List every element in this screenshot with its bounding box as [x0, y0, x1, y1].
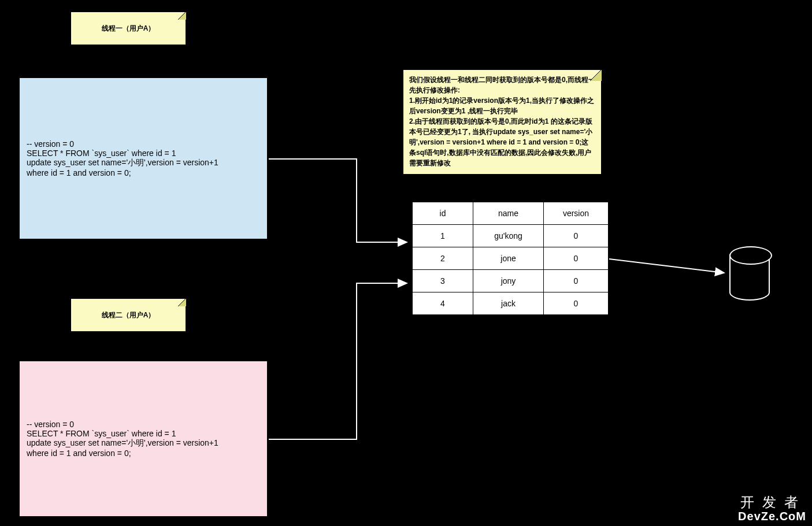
- cell-version: 0: [544, 270, 609, 292]
- cell-version: 0: [544, 292, 609, 315]
- table-row: 3 jony 0: [413, 270, 609, 292]
- cell-version: 0: [544, 247, 609, 270]
- cell-name: jack: [473, 292, 544, 315]
- thread1-code: -- version = 0 SELECT * FROM `sys_user` …: [27, 139, 218, 177]
- cell-name: jony: [473, 270, 544, 292]
- cell-id: 3: [413, 270, 473, 292]
- watermark-line2: DevZe.CoM: [738, 510, 806, 523]
- explanation-note: 我们假设线程一和线程二同时获取到的版本号都是0,而线程一先执行修改操作: 1.刚…: [403, 69, 602, 175]
- database-icon: [729, 254, 770, 301]
- thread1-code-box: -- version = 0 SELECT * FROM `sys_user` …: [19, 77, 268, 239]
- thread1-title-note: 线程一（用户A）: [71, 12, 186, 45]
- connector-thread1-to-table: [269, 159, 407, 242]
- cell-version: 0: [544, 225, 609, 247]
- thread2-code: -- version = 0 SELECT * FROM `sys_user` …: [27, 420, 218, 458]
- header-name: name: [473, 202, 544, 225]
- cell-id: 4: [413, 292, 473, 315]
- table-header-row: id name version: [413, 202, 609, 225]
- database-table: id name version 1 gu'kong 0 2 jone 0 3 j…: [412, 202, 609, 315]
- watermark-line1: 开发者: [738, 495, 806, 510]
- cell-id: 2: [413, 247, 473, 270]
- watermark: 开发者 DevZe.CoM: [738, 495, 806, 523]
- thread1-title: 线程一（用户A）: [102, 24, 155, 34]
- thread2-title: 线程二（用户A）: [102, 310, 155, 320]
- cell-id: 1: [413, 225, 473, 247]
- explanation-text: 我们假设线程一和线程二同时获取到的版本号都是0,而线程一先执行修改操作: 1.刚…: [409, 75, 595, 168]
- table-row: 1 gu'kong 0: [413, 225, 609, 247]
- thread2-code-box: -- version = 0 SELECT * FROM `sys_user` …: [19, 361, 268, 517]
- header-version: version: [544, 202, 609, 225]
- table-row: 2 jone 0: [413, 247, 609, 270]
- table-row: 4 jack 0: [413, 292, 609, 315]
- cell-name: jone: [473, 247, 544, 270]
- header-id: id: [413, 202, 473, 225]
- connector-table-to-db: [609, 259, 724, 273]
- cell-name: gu'kong: [473, 225, 544, 247]
- thread2-title-note: 线程二（用户A）: [71, 298, 186, 332]
- connector-thread2-to-table: [269, 283, 407, 439]
